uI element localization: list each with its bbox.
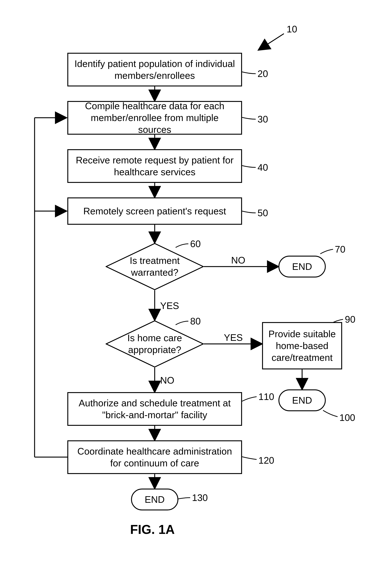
edge-label-no: NO [231,255,245,266]
terminator-text: END [292,395,312,406]
ref-50: 50 [257,207,268,218]
terminator-text: END [292,261,312,272]
process-compile-data: Compile healthcare data for each member/… [67,101,242,135]
process-home-care: Provide suitable home-based care/treatme… [262,322,342,369]
decision-text: Is treatment warranted? [106,243,204,290]
ref-20: 20 [257,68,268,79]
decision-home-care: Is home care appropriate? [106,320,204,368]
ref-10: 10 [287,24,297,35]
process-text: Compile healthcare data for each member/… [74,100,236,136]
decision-text: Is home care appropriate? [106,320,204,368]
process-authorize-schedule: Authorize and schedule treatment at "bri… [67,392,242,426]
process-text: Coordinate healthcare administration for… [74,445,236,469]
ref-30: 30 [257,114,268,125]
ref-130: 130 [192,492,208,503]
terminator-end-70: END [279,256,326,277]
ref-100: 100 [339,412,355,423]
edge-label-yes: YES [160,300,179,311]
process-text: Provide suitable home-based care/treatme… [268,328,336,364]
terminator-end-100: END [279,389,326,411]
process-screen-request: Remotely screen patient's request [67,197,242,225]
terminator-end-130: END [131,489,178,511]
decision-treatment-warranted: Is treatment warranted? [106,243,204,290]
ref-120: 120 [258,455,274,466]
ref-110: 110 [258,391,274,402]
ref-70: 70 [335,244,345,255]
terminator-text: END [145,494,165,505]
process-text: Authorize and schedule treatment at "bri… [74,397,236,421]
process-identify-population: Identify patient population of individua… [67,53,242,86]
ref-90: 90 [345,314,355,325]
process-receive-request: Receive remote request by patient for he… [67,149,242,183]
ref-40: 40 [257,162,268,173]
process-text: Receive remote request by patient for he… [74,154,236,178]
figure-caption: FIG. 1A [130,522,175,537]
process-coordinate-admin: Coordinate healthcare administration for… [67,440,242,474]
edge-label-no-2: NO [160,375,174,386]
edge-label-yes-2: YES [224,332,243,343]
flowchart-canvas: 10 Identify patient population of indivi… [0,0,392,567]
ref-80: 80 [190,316,201,327]
process-text: Remotely screen patient's request [83,205,226,217]
ref-60: 60 [190,238,201,249]
process-text: Identify patient population of individua… [74,58,236,82]
